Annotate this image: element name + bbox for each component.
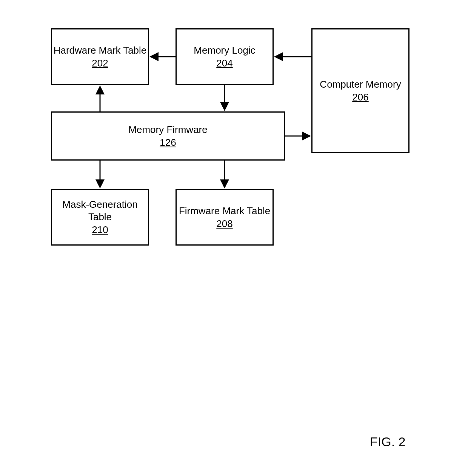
box-memory-firmware: Memory Firmware 126 — [51, 111, 285, 161]
box-ref-id: 208 — [216, 218, 232, 230]
diagram-canvas: Hardware Mark Table 202 Memory Logic 204… — [0, 0, 468, 476]
box-ref-id: 126 — [160, 136, 176, 149]
box-title: Mask-Generation Table — [52, 198, 148, 223]
box-ref-id: 206 — [352, 91, 368, 104]
box-title: Computer Memory — [320, 78, 401, 91]
box-hardware-mark-table: Hardware Mark Table 202 — [51, 28, 149, 85]
figure-label: FIG. 2 — [370, 434, 405, 449]
box-ref-id: 202 — [92, 57, 108, 70]
box-ref-id: 210 — [92, 224, 108, 236]
box-computer-memory: Computer Memory 206 — [311, 28, 410, 153]
box-mask-generation-table: Mask-Generation Table 210 — [51, 189, 149, 246]
box-firmware-mark-table: Firmware Mark Table 208 — [176, 189, 274, 246]
box-memory-logic: Memory Logic 204 — [176, 28, 274, 85]
box-ref-id: 204 — [216, 57, 232, 70]
box-title: Memory Logic — [194, 44, 255, 57]
box-title: Memory Firmware — [128, 124, 207, 136]
box-title: Firmware Mark Table — [179, 205, 270, 217]
box-title: Hardware Mark Table — [54, 44, 147, 57]
